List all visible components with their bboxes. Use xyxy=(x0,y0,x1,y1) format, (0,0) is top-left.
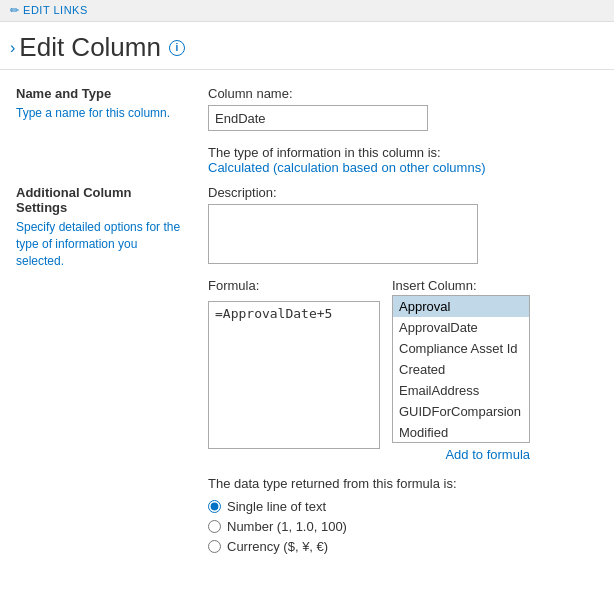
page-title-row: › Edit Column i xyxy=(0,22,614,70)
main-content: Name and Type Type a name for this colum… xyxy=(0,70,614,175)
radio-row-currency: Currency ($, ¥, €) xyxy=(208,539,598,554)
additional-settings-right: Description: Formula: =ApprovalDate+5 In… xyxy=(200,185,614,559)
radio-number-label: Number (1, 1.0, 100) xyxy=(227,519,347,534)
formula-section: Formula: =ApprovalDate+5 xyxy=(208,278,380,449)
list-item[interactable]: EmailAddress xyxy=(393,380,529,401)
data-type-description: The data type returned from this formula… xyxy=(208,476,598,491)
radio-currency-label: Currency ($, ¥, €) xyxy=(227,539,328,554)
page-title: Edit Column xyxy=(19,32,161,63)
list-item[interactable]: ApprovalDate xyxy=(393,317,529,338)
list-item[interactable]: Modified xyxy=(393,422,529,443)
additional-settings-section: Additional Column Settings Specify detai… xyxy=(0,185,614,559)
insert-column-listbox[interactable]: ApprovalApprovalDateCompliance Asset IdC… xyxy=(392,295,530,443)
add-to-formula-link[interactable]: Add to formula xyxy=(445,447,530,462)
radio-currency[interactable] xyxy=(208,540,221,553)
formula-label: Formula: xyxy=(208,278,380,293)
name-type-left-panel: Name and Type Type a name for this colum… xyxy=(0,86,200,175)
radio-single-line[interactable] xyxy=(208,500,221,513)
name-type-description: Type a name for this column. xyxy=(16,105,184,122)
list-item[interactable]: Created xyxy=(393,359,529,380)
edit-links-label: EDIT LINKS xyxy=(23,4,88,16)
type-desc-prefix: The type of information in this column i… xyxy=(208,145,441,160)
radio-number[interactable] xyxy=(208,520,221,533)
radio-row-number: Number (1, 1.0, 100) xyxy=(208,519,598,534)
add-to-formula-container: Add to formula xyxy=(392,447,530,462)
list-item[interactable]: GUIDForComparsion xyxy=(393,401,529,422)
description-textarea[interactable] xyxy=(208,204,478,264)
radio-row-single-line: Single line of text xyxy=(208,499,598,514)
list-item[interactable]: Approval xyxy=(393,296,529,317)
radio-single-line-label: Single line of text xyxy=(227,499,326,514)
pencil-icon: ✏ xyxy=(10,4,20,16)
additional-settings-left: Additional Column Settings Specify detai… xyxy=(0,185,200,559)
additional-settings-heading: Additional Column Settings xyxy=(16,185,184,215)
list-item[interactable]: Compliance Asset Id xyxy=(393,338,529,359)
formula-row: Formula: =ApprovalDate+5 Insert Column: … xyxy=(208,278,598,462)
insert-column-section: Insert Column: ApprovalApprovalDateCompl… xyxy=(392,278,530,462)
name-type-heading: Name and Type xyxy=(16,86,184,101)
additional-settings-desc: Specify detailed options for the type of… xyxy=(16,219,184,269)
description-label: Description: xyxy=(208,185,598,200)
info-icon[interactable]: i xyxy=(169,40,185,56)
edit-links-bar: ✏ EDIT LINKS xyxy=(0,0,614,22)
breadcrumb-chevron: › xyxy=(10,39,15,57)
formula-textarea[interactable]: =ApprovalDate+5 xyxy=(208,301,380,449)
type-value: Calculated (calculation based on other c… xyxy=(208,160,486,175)
type-description: The type of information in this column i… xyxy=(208,145,598,175)
column-name-input[interactable] xyxy=(208,105,428,131)
column-name-label: Column name: xyxy=(208,86,598,101)
data-type-section: The data type returned from this formula… xyxy=(208,476,598,554)
insert-column-label: Insert Column: xyxy=(392,278,530,293)
name-type-right-panel: Column name: The type of information in … xyxy=(200,86,614,175)
